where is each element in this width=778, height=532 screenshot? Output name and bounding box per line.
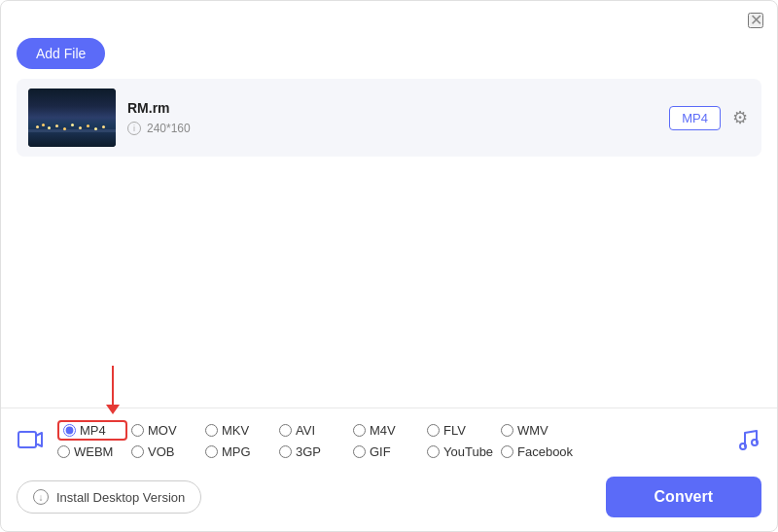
format-radio-mp4[interactable] [63,424,76,437]
format-option-webm[interactable]: WEBM [57,444,127,459]
format-radio-vob[interactable] [131,445,144,458]
format-option-youtube[interactable]: YouTube [427,444,497,459]
file-info: RM.rm i 240*160 [127,100,657,135]
download-icon: ↓ [33,489,49,505]
music-icon [735,427,760,452]
format-options: MP4 MOV MKV AVI [52,420,726,459]
format-label-webm: WEBM [74,444,113,459]
svg-point-2 [740,443,746,449]
format-option-mov[interactable]: MOV [131,423,201,438]
music-format-type-button[interactable] [726,418,769,461]
svg-point-3 [752,440,758,445]
settings-button[interactable]: ⚙ [730,105,750,130]
file-actions: MP4 ⚙ [669,105,750,130]
format-radio-mpg[interactable] [205,445,218,458]
format-badge-button[interactable]: MP4 [669,106,721,130]
format-option-mp4[interactable]: MP4 [57,420,127,441]
format-option-3gp[interactable]: 3GP [279,444,349,459]
format-radio-avi[interactable] [279,424,292,437]
file-meta: i 240*160 [127,122,657,135]
format-radio-flv[interactable] [427,424,440,437]
file-item: RM.rm i 240*160 MP4 ⚙ [17,79,761,157]
format-option-mkv[interactable]: MKV [205,423,275,438]
info-icon: i [127,122,141,135]
format-bar: MP4 MOV MKV AVI [1,408,777,467]
format-option-facebook[interactable]: Facebook [501,444,573,459]
format-option-gif[interactable]: GIF [353,444,423,459]
format-label-vob: VOB [148,444,174,459]
svg-marker-1 [36,433,42,446]
format-label-facebook: Facebook [517,444,573,459]
format-radio-m4v[interactable] [353,424,366,437]
file-thumbnail [28,89,116,147]
svg-rect-0 [18,432,36,447]
format-option-flv[interactable]: FLV [427,423,497,438]
format-radio-mkv[interactable] [205,424,218,437]
title-bar: ✕ [1,1,777,34]
file-name: RM.rm [127,100,657,116]
install-desktop-button[interactable]: ↓ Install Desktop Version [17,480,201,514]
format-option-vob[interactable]: VOB [131,444,201,459]
format-row-2: WEBM VOB MPG 3GP [57,444,721,459]
format-option-m4v[interactable]: M4V [353,423,423,438]
action-bar: ↓ Install Desktop Version Convert [1,467,777,531]
format-radio-youtube[interactable] [427,445,440,458]
format-label-3gp: 3GP [296,444,321,459]
file-list: RM.rm i 240*160 MP4 ⚙ [1,79,777,408]
video-icon [17,426,44,453]
format-label-flv: FLV [443,423,466,438]
format-option-avi[interactable]: AVI [279,423,349,438]
main-window: ✕ Add File [0,0,778,532]
video-format-type-button[interactable] [9,418,52,461]
convert-button[interactable]: Convert [606,477,761,517]
format-label-avi: AVI [296,423,315,438]
format-radio-webm[interactable] [57,445,70,458]
close-button[interactable]: ✕ [748,13,763,28]
format-radio-facebook[interactable] [501,445,513,458]
format-label-mkv: MKV [222,423,249,438]
format-label-gif: GIF [370,444,391,459]
toolbar: Add File [1,34,777,79]
format-option-mpg[interactable]: MPG [205,444,275,459]
format-label-mpg: MPG [222,444,251,459]
format-radio-mov[interactable] [131,424,144,437]
format-label-m4v: M4V [370,423,396,438]
add-file-button[interactable]: Add File [17,38,105,69]
format-row-1: MP4 MOV MKV AVI [57,420,721,441]
format-radio-gif[interactable] [353,445,366,458]
format-option-wmv[interactable]: WMV [501,423,571,438]
install-label: Install Desktop Version [56,490,185,505]
file-resolution: 240*160 [147,122,191,135]
format-radio-3gp[interactable] [279,445,292,458]
format-label-mov: MOV [148,423,177,438]
format-label-wmv: WMV [517,423,548,438]
format-radio-wmv[interactable] [501,424,513,437]
format-label-mp4: MP4 [80,423,106,438]
format-label-youtube: YouTube [443,444,493,459]
